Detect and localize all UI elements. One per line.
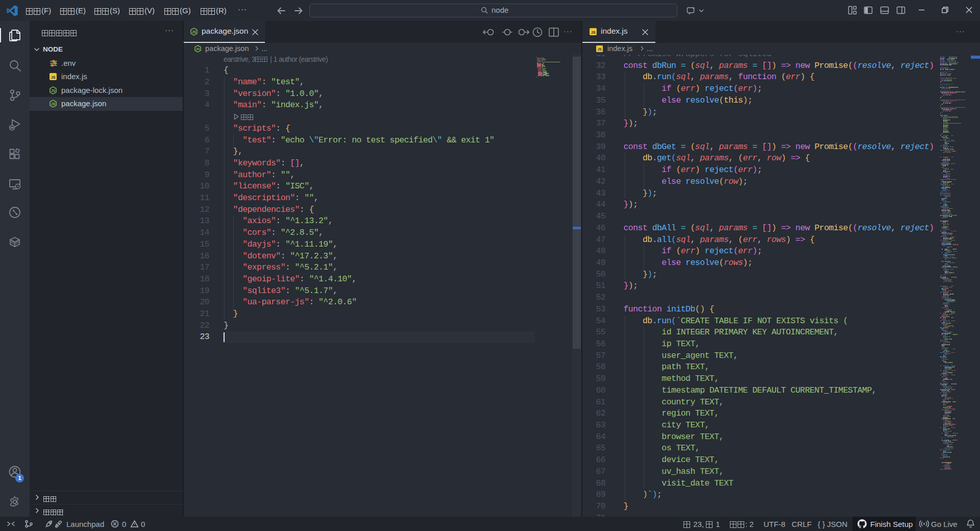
svg-text:JS: JS <box>51 102 56 106</box>
svg-text:JS: JS <box>192 30 197 34</box>
svg-text:JS: JS <box>196 47 200 51</box>
svg-text:JS: JS <box>597 47 602 51</box>
svg-text:JS: JS <box>51 89 56 92</box>
svg-text:JS: JS <box>591 30 596 35</box>
svg-text:JS: JS <box>51 75 56 80</box>
